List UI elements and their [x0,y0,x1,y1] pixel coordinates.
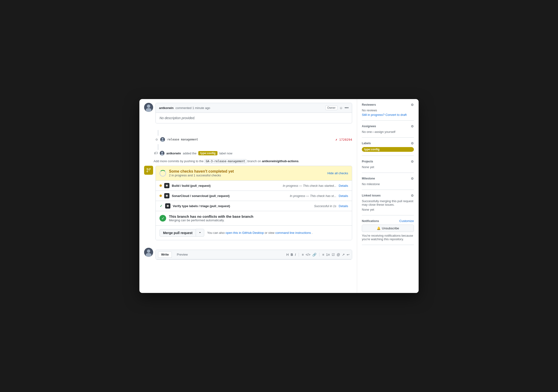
projects-title: Projects [362,160,373,163]
branch-name: GA-3-release-management [204,159,247,163]
check-item: SonarCloud / sonarcloud (pull_request) I… [156,191,352,201]
branch-info: Add more commits by pushing to the GA-3-… [144,159,352,163]
unsubscribe-button[interactable]: 🔔 Unsubscribe [362,225,414,232]
task-list-icon[interactable]: ☑ [332,253,335,256]
comment-author: antkorwin [159,106,174,110]
reply-icon[interactable]: ↩ [347,253,349,256]
labels-section: Labels ⚙ type:config [362,141,414,156]
check-status: Successful in 1s [314,204,336,208]
tab-preview[interactable]: Preview [174,251,191,258]
svg-point-1 [147,104,150,108]
divider [319,253,320,256]
reference-icon[interactable]: ↗ [342,253,345,256]
check-details-link[interactable]: Details [339,204,348,208]
notifications-section: Notifications Customize 🔔 Unsubscribe Yo… [362,219,414,245]
projects-value: None yet [362,165,414,169]
svg-point-5 [161,140,164,142]
label-event-label: type:config [198,151,218,155]
notifications-title: Notifications [362,219,379,223]
check-name: Build / build (pull_request) [172,184,280,187]
label-badge: type:config [362,147,414,152]
checks-header: Some checks haven't completed yet 2 in p… [156,166,352,180]
projects-section: Projects ⚙ None yet [362,160,414,173]
unordered-list-icon[interactable]: ≡ [322,253,324,256]
check-status: In progress — This check has started... [283,184,336,187]
labels-gear-icon[interactable]: ⚙ [411,141,414,145]
label-avatar [160,151,165,156]
repo-name: antkorwin/github-actions [262,159,299,163]
no-conflicts-section: ✓ This branch has no conflicts with the … [156,211,352,225]
assignees-value: No one—assign yourself [362,130,414,134]
check-status: In progress — This check has st... [290,194,337,198]
check-details-link[interactable]: Details [339,194,348,198]
ordered-list-icon[interactable]: ≡ [302,253,304,256]
projects-gear-icon[interactable]: ⚙ [411,160,414,163]
svg-point-8 [161,154,164,156]
linked-issues-value: None yet [362,208,414,211]
svg-point-2 [146,108,151,112]
no-conflicts-subtitle: Merging can be performed automatically. [169,218,253,222]
hide-checks-button[interactable]: Hide all checks [328,171,348,175]
svg-point-21 [146,253,151,257]
bell-icon: 🔔 [377,227,381,230]
linked-issues-description: Successfully merging this pull request m… [362,199,414,206]
no-conflicts-icon: ✓ [159,215,166,222]
command-line-link[interactable]: command line instructions [275,231,311,235]
check-item: ✓ Verify type labels / triage (pull_requ… [156,201,352,211]
svg-point-10 [149,168,150,170]
label-tag-icon: 🏷 [154,151,158,155]
svg-point-18 [167,205,168,207]
reviewers-value: No reviews [362,109,414,112]
assignees-gear-icon[interactable]: ⚙ [411,124,414,128]
svg-point-7 [161,152,163,153]
milestone-gear-icon[interactable]: ⚙ [411,177,414,180]
checks-title: Some checks haven't completed yet [169,169,234,174]
italic-icon[interactable]: I [295,253,296,256]
assignees-title: Assignees [362,125,376,128]
check-item: Build / build (pull_request) In progress… [156,180,352,191]
mention-icon[interactable]: @ [337,253,340,256]
heading-icon[interactable]: H [286,253,289,256]
check-provider-icon [165,203,170,209]
check-details-link[interactable]: Details [339,184,348,187]
code-icon[interactable]: </> [305,253,310,256]
user-avatar [144,248,153,257]
linked-issues-title: Linked issues [362,194,381,197]
convert-to-draft-link[interactable]: Still in progress? Convert to draft [362,113,414,117]
label-event-author: antkorwin [166,152,181,155]
git-icon [144,166,153,175]
checks-subtitle: 2 in progress and 1 successful checks [169,174,234,177]
check-success-icon: ✓ [159,204,163,208]
svg-point-14 [166,185,167,186]
github-desktop-link[interactable]: open this in GitHub Desktop [226,231,264,235]
bold-icon[interactable]: B [291,253,293,256]
link-icon[interactable]: 🔗 [312,253,316,256]
check-provider-icon [164,193,169,198]
linked-issues-section: Linked issues ⚙ Successfully merging thi… [362,194,414,215]
tab-write[interactable]: Write [158,251,172,258]
merge-area: Merge pull request You can also open thi… [156,225,352,240]
comment-body: No description provided. [156,113,352,123]
owner-badge: Owner [325,105,338,110]
svg-point-4 [162,138,164,140]
label-event-time: label now [219,152,232,155]
avatar [144,103,153,112]
labels-title: Labels [362,142,371,145]
reviewers-section: Reviewers ⚙ No reviews Still in progress… [362,103,414,120]
no-conflicts-title: This branch has no conflicts with the ba… [169,214,253,218]
merge-pull-request-button[interactable]: Merge pull request [159,229,196,237]
commit-name: release management [167,138,198,141]
check-status-dot [159,195,162,197]
spinner-icon [159,170,166,177]
reviewers-gear-icon[interactable]: ⚙ [411,103,414,107]
emoji-icon[interactable]: ☺ [339,106,343,110]
linked-issues-gear-icon[interactable]: ⚙ [411,194,414,197]
merge-dropdown-button[interactable] [196,229,204,237]
label-event-action: added the [183,152,196,155]
more-options-icon[interactable]: ••• [345,106,349,110]
numbered-list-icon[interactable]: 1≡ [326,253,330,256]
customize-link[interactable]: Customize [400,219,414,223]
comment-header: antkorwin commented 1 minute ago Owner ☺… [156,103,352,113]
comment-time: commented 1 minute ago [175,106,210,110]
svg-point-9 [147,168,148,170]
